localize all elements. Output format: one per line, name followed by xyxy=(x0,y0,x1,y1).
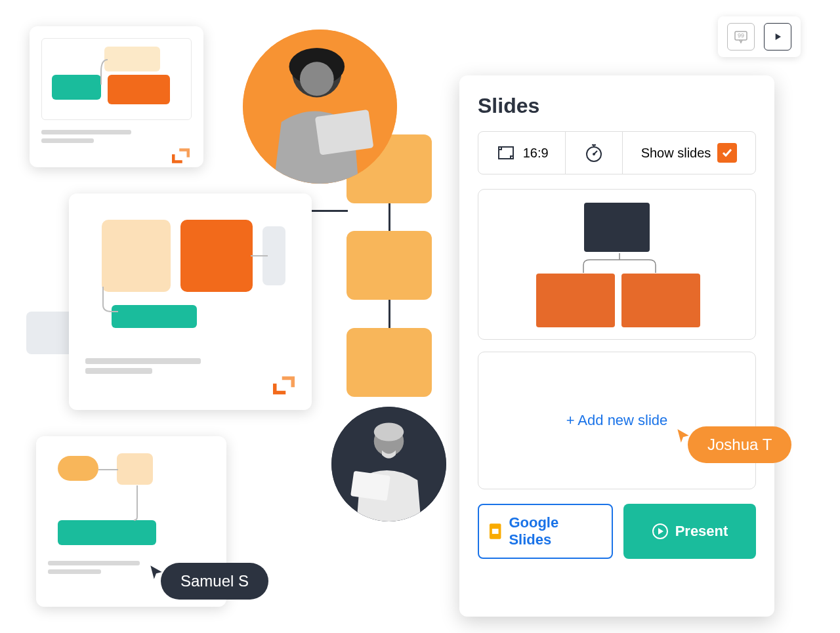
slide-preview[interactable] xyxy=(478,189,756,340)
connector-box xyxy=(346,328,432,397)
preview-box-left xyxy=(536,274,615,327)
show-slides-checkbox[interactable] xyxy=(717,143,737,163)
svg-point-7 xyxy=(374,423,404,441)
avatar-user-1 xyxy=(243,30,397,184)
slides-panel: Slides 16:9 Show slides + Add new slide … xyxy=(459,75,774,617)
cursor-label: Samuel S xyxy=(161,563,268,600)
connector-line xyxy=(308,210,348,212)
cursor-icon xyxy=(675,427,692,444)
stopwatch-icon xyxy=(583,142,604,163)
slides-panel-title: Slides xyxy=(478,94,756,118)
aspect-ratio-option[interactable]: 16:9 xyxy=(478,132,566,174)
cursor-tag-samuel: Samuel S xyxy=(148,563,268,600)
thumbnail-preview xyxy=(41,38,192,120)
google-slides-icon xyxy=(488,522,502,541)
svg-rect-4 xyxy=(315,110,374,155)
thumbnail-preview xyxy=(48,448,215,551)
google-slides-label: Google Slides xyxy=(509,514,602,548)
check-icon xyxy=(721,147,733,159)
show-slides-label: Show slides xyxy=(641,146,711,161)
svg-text:99: 99 xyxy=(738,32,744,39)
present-play-icon xyxy=(652,523,669,540)
thumbnail-card-1[interactable] xyxy=(30,26,203,167)
cursor-icon xyxy=(148,563,165,581)
svg-point-3 xyxy=(300,62,334,96)
preview-box-top xyxy=(584,203,650,252)
timer-option[interactable] xyxy=(566,132,623,174)
speech-bubble-icon: 99 xyxy=(733,29,749,45)
connector-box xyxy=(346,231,432,300)
svg-point-13 xyxy=(593,153,595,155)
play-icon xyxy=(771,30,784,43)
google-slides-button[interactable]: Google Slides xyxy=(478,504,613,559)
aspect-ratio-icon xyxy=(495,142,516,163)
cursor-tag-joshua: Joshua T xyxy=(675,426,791,463)
present-label: Present xyxy=(675,523,728,540)
cursor-label: Joshua T xyxy=(688,426,791,463)
slides-action-buttons: Google Slides Present xyxy=(478,504,756,559)
thumbnail-preview xyxy=(85,210,295,338)
thumbnail-card-2[interactable] xyxy=(69,194,312,410)
brand-l-icon xyxy=(166,141,196,171)
avatar-user-2 xyxy=(331,407,446,521)
svg-rect-8 xyxy=(350,471,390,501)
play-icon-button[interactable] xyxy=(764,23,791,51)
preview-box-right xyxy=(621,274,700,327)
show-slides-option[interactable]: Show slides xyxy=(623,132,755,174)
add-new-slide-label: + Add new slide xyxy=(566,412,668,429)
thumbnail-footer xyxy=(85,358,295,374)
top-icon-panel: 99 xyxy=(718,16,801,57)
present-button[interactable]: Present xyxy=(623,504,756,559)
svg-rect-15 xyxy=(492,529,499,534)
aspect-ratio-label: 16:9 xyxy=(523,146,549,161)
add-new-slide-button[interactable]: + Add new slide xyxy=(478,352,756,489)
slides-options-row: 16:9 Show slides xyxy=(478,131,756,174)
brand-l-icon xyxy=(266,367,302,403)
comment-icon-button[interactable]: 99 xyxy=(727,23,755,51)
